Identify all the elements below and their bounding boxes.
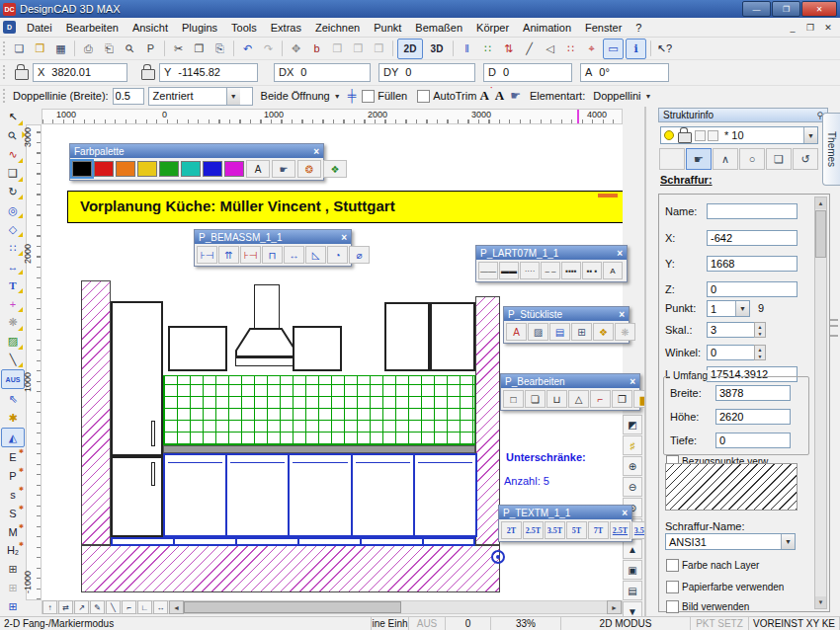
circle-tool[interactable]: ◎ bbox=[2, 201, 24, 219]
sheet-icon[interactable]: ▤ bbox=[623, 581, 642, 600]
zentriert-select[interactable]: Zentriert ▼ bbox=[148, 87, 253, 106]
doppellinie-width-input[interactable] bbox=[113, 88, 144, 105]
color-swatch-cyan[interactable] bbox=[181, 161, 201, 177]
color-swatch-green[interactable] bbox=[159, 161, 179, 177]
skal-spinner[interactable]: ▲▼ bbox=[754, 322, 766, 338]
cascade-windows-icon[interactable]: ❒ bbox=[349, 39, 368, 58]
edit-offset-icon[interactable]: ❏ bbox=[525, 390, 546, 408]
a-field[interactable]: A 0° bbox=[580, 63, 669, 82]
menu-koerper[interactable]: Körper bbox=[469, 20, 516, 36]
hoehe-input[interactable] bbox=[715, 409, 791, 425]
color-swatch-orange[interactable] bbox=[116, 161, 135, 177]
apply-color-button[interactable]: ☛ bbox=[272, 160, 295, 178]
themes-tab[interactable]: Themes bbox=[822, 113, 840, 186]
close-icon[interactable]: × bbox=[313, 146, 319, 157]
chevron-down-icon[interactable]: ▼ bbox=[735, 301, 749, 316]
text-size-5-button[interactable]: 5T bbox=[566, 521, 587, 539]
parts-text-icon[interactable]: A bbox=[506, 323, 527, 341]
edit-node-icon[interactable]: ⌐ bbox=[590, 390, 611, 408]
aus-button[interactable]: AUS bbox=[1, 369, 25, 389]
fuellen-checkbox[interactable] bbox=[362, 90, 375, 103]
status-voreinst[interactable]: VOREINST XY KE bbox=[749, 617, 840, 630]
redraw-icon[interactable]: ✎ bbox=[90, 600, 105, 614]
polygon-tool[interactable]: ◇ bbox=[2, 220, 24, 238]
palette-button[interactable]: ❂ bbox=[297, 160, 321, 178]
arrange-windows-icon[interactable]: ❒ bbox=[370, 39, 388, 58]
lock-x-icon[interactable] bbox=[15, 69, 29, 80]
line-mode-icon[interactable]: ╲ bbox=[106, 600, 121, 614]
text-base-25-button[interactable]: 2.5T bbox=[610, 521, 630, 539]
snap-h2-icon[interactable]: H₂ bbox=[2, 541, 24, 559]
mode-3d-button[interactable]: 3D bbox=[425, 39, 449, 58]
dimension-tool[interactable]: ↔ bbox=[2, 258, 24, 276]
curve-tool[interactable]: ∿ bbox=[2, 146, 24, 164]
save-icon[interactable]: ▦ bbox=[51, 39, 70, 58]
toolbar-grip[interactable] bbox=[3, 41, 5, 55]
mdi-restore-button[interactable]: ❐ bbox=[804, 23, 816, 33]
context-help-icon[interactable]: ↖? bbox=[655, 39, 674, 58]
y-coordinate-field[interactable]: Y -1145.82 bbox=[159, 63, 258, 82]
linestyle-heavy-icon[interactable]: ▬▬ bbox=[499, 262, 519, 279]
menu-animation[interactable]: Animation bbox=[516, 20, 578, 36]
edit-rect-icon[interactable]: □ bbox=[503, 390, 524, 408]
palette-title-bar[interactable]: P_BEMASSM_1_1 × bbox=[195, 230, 351, 244]
status-pktsetz[interactable]: PKT SETZ bbox=[691, 617, 749, 630]
line-tool[interactable]: ╲ bbox=[2, 352, 24, 369]
mdi-minimize-button[interactable]: _ bbox=[787, 23, 798, 33]
rotate-view-tool[interactable]: ↻ bbox=[2, 184, 24, 201]
dx-field[interactable]: DX 0 bbox=[274, 63, 371, 82]
grid-settings-button[interactable]: ⊞ bbox=[2, 597, 24, 615]
scrollbar-thumb[interactable] bbox=[184, 601, 401, 613]
scroll-down-icon[interactable]: ▼ bbox=[815, 596, 826, 608]
dim-angle-icon[interactable]: ◺ bbox=[305, 246, 326, 264]
snap-endpoint-icon[interactable]: E bbox=[2, 448, 24, 466]
bild-checkbox[interactable] bbox=[666, 600, 679, 613]
text-size-35-button[interactable]: 3.5T bbox=[545, 521, 565, 539]
status-2dmode[interactable]: 2D MODUS bbox=[561, 617, 691, 630]
fit-icon[interactable]: ↔ bbox=[153, 600, 168, 614]
text-color-button[interactable]: A bbox=[246, 160, 270, 178]
dim-diameter-icon[interactable]: ⌀ bbox=[349, 246, 370, 264]
scrollbar-track[interactable] bbox=[184, 601, 607, 613]
cut-icon[interactable]: ✂ bbox=[169, 39, 188, 58]
menu-bemassen[interactable]: Bemaßen bbox=[408, 20, 469, 36]
schraffur-name-select[interactable]: ANSI31 ▼ bbox=[665, 533, 796, 550]
rotate-button[interactable]: ↺ bbox=[793, 148, 818, 170]
color-swatch-yellow[interactable] bbox=[137, 161, 157, 177]
edit-triangle-icon[interactable]: △ bbox=[568, 390, 589, 408]
d-field[interactable]: D 0 bbox=[483, 63, 572, 82]
farbe-layer-checkbox[interactable] bbox=[666, 559, 679, 572]
double-line-ties-icon[interactable]: ╪ bbox=[348, 89, 357, 103]
print-icon[interactable]: ⎙ bbox=[79, 39, 98, 58]
dim-auto-icon[interactable]: ⊦⊣ bbox=[240, 246, 261, 264]
palette-title-bar[interactable]: P_Bearbeiten × bbox=[501, 374, 639, 388]
color-swatch-red[interactable] bbox=[94, 161, 114, 177]
y-input[interactable] bbox=[707, 256, 798, 272]
grid-hash-icon[interactable]: ♯ bbox=[623, 435, 642, 455]
shade-view-icon[interactable]: ◩ bbox=[623, 415, 642, 434]
tiefe-input[interactable] bbox=[715, 433, 791, 448]
snap-midpoint-icon[interactable]: M bbox=[2, 523, 24, 541]
snap-point-icon[interactable]: P bbox=[2, 467, 24, 485]
papierfarbe-checkbox[interactable] bbox=[666, 581, 679, 593]
menu-fenster[interactable]: Fenster bbox=[578, 20, 629, 36]
select-mode-icon[interactable]: ⇖ bbox=[2, 390, 24, 408]
status-aus[interactable]: AUS bbox=[409, 617, 446, 630]
linestyle-dashed-icon[interactable]: – – bbox=[541, 262, 560, 279]
point-list-icon[interactable]: ∷ bbox=[478, 39, 497, 58]
close-button[interactable]: ✕ bbox=[801, 1, 837, 17]
edit-trim-icon[interactable]: ⊔ bbox=[546, 390, 567, 408]
status-zero[interactable]: 0 bbox=[446, 617, 491, 630]
dim-horizontal-icon[interactable]: ⊦⊣ bbox=[197, 246, 217, 264]
shading-tool[interactable]: ◭ bbox=[1, 428, 25, 447]
array-tool[interactable]: ∷ bbox=[2, 239, 24, 257]
elementart-select[interactable]: Doppellini ▼ bbox=[593, 90, 651, 102]
scroll-right-icon[interactable]: ► bbox=[607, 600, 622, 614]
dim-chain-icon[interactable]: ↔ bbox=[284, 246, 304, 264]
print-layout-icon[interactable]: ⎗ bbox=[100, 39, 119, 58]
grid-button[interactable]: ⊞ bbox=[2, 560, 24, 578]
status-zoom[interactable]: 33% bbox=[491, 617, 561, 630]
block-icon[interactable]: b bbox=[307, 39, 326, 58]
toolbar-grip[interactable] bbox=[3, 65, 5, 79]
zoom-in-icon[interactable]: ⊕ bbox=[623, 456, 642, 476]
